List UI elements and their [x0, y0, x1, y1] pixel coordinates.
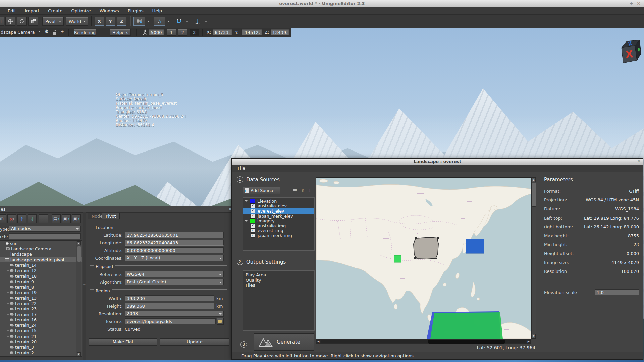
import-node-button[interactable]: ▤→: [52, 214, 61, 223]
menu-create[interactable]: Create: [44, 7, 67, 15]
grid-snap-dropdown[interactable]: [146, 19, 150, 23]
output-item-play-area[interactable]: Play Area: [246, 272, 314, 278]
map-scroll-right-icon[interactable]: ▶: [528, 340, 530, 343]
checkbox-checked[interactable]: [251, 224, 255, 228]
make-flat-button[interactable]: Make Flat: [89, 338, 157, 346]
close-button[interactable]: ×: [635, 1, 642, 6]
tree-scrollbar[interactable]: ▲ ▼: [76, 241, 81, 357]
type-filter-dropdown[interactable]: All nodes: [9, 226, 81, 232]
play-area-overlay[interactable]: [414, 237, 439, 259]
map-hscroll-track[interactable]: [321, 340, 526, 343]
export-node-button[interactable]: ▣→: [62, 214, 71, 223]
maximize-button[interactable]: +: [628, 1, 635, 6]
camera-selector[interactable]: dscape Camera: [1, 29, 35, 35]
delete-node-button[interactable]: ×▫: [7, 214, 16, 223]
tree-item-terrain[interactable]: terrain_14: [0, 262, 82, 268]
clone-node-button[interactable]: ▣→: [72, 214, 81, 223]
map-scroll-down-icon[interactable]: ▼: [532, 334, 536, 338]
map-vertical-scrollbar[interactable]: ▲ ▼: [531, 177, 536, 339]
collapse-arrow-icon[interactable]: [245, 200, 248, 202]
coord-y-input[interactable]: [241, 29, 262, 35]
texture-input[interactable]: [125, 318, 216, 324]
drop-to-ground-dropdown[interactable]: [204, 19, 208, 23]
axis-y-button[interactable]: Y: [106, 17, 115, 26]
map-scroll-left-icon[interactable]: ◀: [317, 340, 319, 343]
longitude-input[interactable]: [125, 240, 224, 246]
menu-help[interactable]: Help: [148, 7, 166, 15]
rotate-tool-button[interactable]: [17, 17, 27, 26]
magnet-snap-button[interactable]: [174, 17, 184, 26]
checkbox-checked[interactable]: [251, 214, 255, 218]
source-move-up-icon[interactable]: ⇧: [301, 188, 305, 193]
tree-item-terrain[interactable]: terrain_23: [0, 306, 82, 312]
reference-dropdown[interactable]: WGS-84: [125, 271, 224, 277]
menu-import[interactable]: Import: [20, 7, 44, 15]
japan-region-overlay[interactable]: [466, 239, 484, 253]
tree-item-terrain[interactable]: terrain_2: [0, 350, 82, 355]
algorithm-dropdown[interactable]: Fast (Great Circle): [125, 279, 224, 285]
tree-item-terrain[interactable]: terrain_17: [0, 312, 82, 317]
pivot-mode-dropdown[interactable]: Pivot: [42, 17, 64, 26]
helpers-button[interactable]: Helpers: [110, 29, 131, 36]
dialog-menu-file[interactable]: File: [238, 166, 245, 171]
checkbox-checked[interactable]: [251, 204, 255, 208]
drop-to-ground-button[interactable]: [193, 17, 203, 26]
camera-settings-gear-icon[interactable]: ⚙: [45, 29, 49, 34]
node-search-input[interactable]: [9, 233, 81, 239]
grid-snap-button[interactable]: [133, 17, 145, 26]
output-item-quality[interactable]: Quality: [246, 278, 314, 283]
move-tool-button[interactable]: [5, 17, 15, 26]
tree-item-terrain[interactable]: terrain_8: [0, 284, 82, 290]
map-vscroll-thumb[interactable]: [532, 183, 536, 207]
angle-snap-dropdown[interactable]: [166, 19, 170, 23]
checkbox-checked[interactable]: [251, 228, 255, 233]
menu-plugins[interactable]: Plugins: [123, 7, 148, 15]
checkbox-checked[interactable]: [251, 233, 255, 238]
tree-item-camera[interactable]: Landscape Camera: [0, 246, 82, 251]
source-item-selected[interactable]: everest_elev: [243, 208, 314, 214]
rendering-button[interactable]: Rendering: [74, 29, 96, 36]
height-input[interactable]: [125, 303, 214, 309]
camera-focus-icon[interactable]: +: [60, 29, 64, 34]
output-item-files[interactable]: Files: [246, 283, 314, 288]
altitude-input[interactable]: [125, 247, 224, 253]
coordinates-dropdown[interactable]: X - Y - Z (Local): [125, 255, 224, 261]
tree-item-terrain[interactable]: terrain_21: [0, 334, 82, 339]
menu-optimize[interactable]: Optimize: [67, 7, 95, 15]
world-map[interactable]: [316, 177, 532, 339]
source-group-imagery[interactable]: Imagery: [243, 218, 314, 223]
update-button[interactable]: Update: [160, 338, 229, 346]
tree-item-terrain[interactable]: terrain_24: [0, 322, 82, 328]
space-mode-dropdown[interactable]: World: [66, 17, 88, 26]
collapse-arrow-icon[interactable]: [245, 220, 248, 222]
latitude-input[interactable]: [125, 232, 224, 238]
australia-region-overlay[interactable]: [427, 311, 503, 339]
add-node-button[interactable]: ⊞: [0, 214, 6, 223]
australia-img-region[interactable]: [430, 312, 503, 339]
source-group-elevation[interactable]: Elevation: [243, 199, 314, 204]
tree-item-terrain[interactable]: terrain_18: [0, 274, 82, 279]
camera-lock-icon[interactable]: [53, 32, 56, 35]
source-item[interactable]: australia_elev: [243, 204, 314, 209]
generate-button[interactable]: Generate: [254, 333, 314, 351]
axis-x-button[interactable]: X: [95, 17, 104, 26]
add-source-button[interactable]: Add Source: [243, 187, 280, 194]
tree-item-terrain[interactable]: terrain_22: [0, 301, 82, 306]
everest-region-overlay[interactable]: [394, 255, 401, 262]
tree-item-terrain[interactable]: terrain_3: [0, 345, 82, 350]
remove-source-icon[interactable]: ▬: [293, 187, 297, 192]
hierarchy-view-button[interactable]: ≡: [39, 214, 48, 223]
source-item[interactable]: japan_merk_elev: [243, 214, 314, 219]
tree-item-terrain[interactable]: terrain_20: [0, 339, 82, 344]
tree-item-terrain[interactable]: terrain_12: [0, 268, 82, 273]
tree-item-sun[interactable]: sun: [0, 241, 82, 246]
axis-z-button[interactable]: Z: [117, 17, 126, 26]
camera-dropdown[interactable]: [38, 29, 42, 33]
map-horizontal-scrollbar[interactable]: ◀ ▶: [316, 339, 531, 344]
tree-item-terrain[interactable]: terrain_9: [0, 279, 82, 284]
move-node-up-button[interactable]: ↑: [17, 214, 26, 223]
resolution-dropdown[interactable]: 2048: [125, 311, 224, 317]
magnet-snap-dropdown[interactable]: [185, 19, 189, 23]
texture-browse-folder-icon[interactable]: [217, 318, 224, 325]
tree-item-terrain[interactable]: terrain_15: [0, 328, 82, 334]
